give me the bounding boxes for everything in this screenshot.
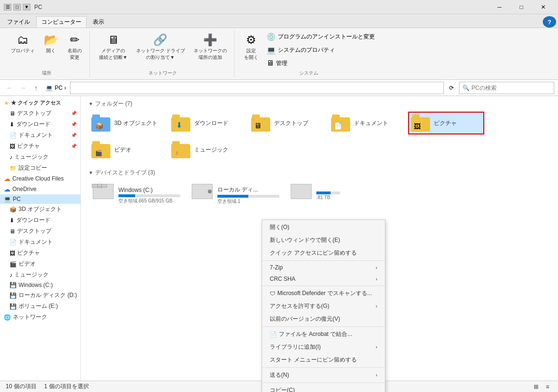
drive-windows[interactable]: 🪟 Windows (C:) 空き領域 665 GB/915 GB [88,181,184,210]
media-connect-button[interactable]: 🖥 メディアの接続と切断▼ [96,31,131,62]
ctx-defender[interactable]: 🛡 Microsoft Defender でスキャンする... [262,287,385,300]
sidebar-pc-music[interactable]: ♪ ミュージック [0,269,80,280]
up-button[interactable]: ↑ [30,82,42,94]
sidebar-item-pictures[interactable]: 🖼 ピクチャ 📌 [0,141,80,152]
titlebar-icon-3: ▼ [23,4,30,10]
sidebar-pc-documents[interactable]: 📄 ドキュメント [0,237,80,248]
status-selected: 1 個の項目を選択 [44,382,89,391]
sidebar-pc-desktop[interactable]: 🖥 デスクトップ [0,226,80,237]
minimize-button[interactable]: ─ [489,0,510,14]
view-grid-button[interactable]: ⊞ [531,382,541,392]
sys-properties-button[interactable]: 💻 システムのプロパティ [264,44,377,56]
drive-local-bar-bg [217,195,279,198]
sidebar-item-creative-cloud[interactable]: ☁ Creative Cloud Files [0,173,80,184]
close-button[interactable]: ✕ [532,0,554,14]
3dobject-label: 3D オブジェクト [19,205,62,213]
sidebar-pc-windows[interactable]: 💾 Windows (C:) [0,280,80,290]
ctx-7zip[interactable]: 7-Zip › [262,262,385,273]
network-drive-button[interactable]: 🔗 ネットワーク ドライブの割り当て▼ [133,31,188,62]
sidebar-quick-access[interactable]: ★ ★ クイック アクセス [0,98,80,108]
manage-button[interactable]: 🖥 管理 [264,57,377,69]
folder-download[interactable]: ⬇ ダウンロード [168,112,245,134]
drive-local[interactable]: ローカル ディ... 空き領域 1 [187,181,283,210]
ctx-open-label: 開く(O) [270,223,289,231]
sidebar-pc-volume[interactable]: 💾 ボリューム (E:) [0,301,80,312]
rename-button[interactable]: ✏ 名前の変更 [64,31,86,62]
pc-music-icon: ♪ [10,272,12,278]
sidebar-pc-pictures[interactable]: 🖼 ピクチャ [0,248,80,258]
sidebar-item-documents[interactable]: 📄 ドキュメント 📌 [0,130,80,141]
ctx-crc[interactable]: CRC SHA › [262,273,385,285]
devices-header-label: デバイスとドライブ (3) [95,169,155,177]
open-button[interactable]: 📂 開く [40,31,62,56]
sidebar-pc-downloads[interactable]: ⬇ ダウンロード [0,215,80,226]
open-label: 開く [46,48,56,54]
folders-section-header: ▼ フォルダー (7) [88,100,550,108]
pc-volume-label: ボリューム (E:) [19,302,58,310]
sidebar-pc-local[interactable]: 💾 ローカル ディスク (D:) [0,290,80,301]
folder-documents[interactable]: 📄 ドキュメント [328,112,404,134]
uninstall-button[interactable]: 💿 プログラムのアンインストールと変更 [264,31,377,43]
ribbon-group-system: ⚙ 設定を開く 💿 プログラムのアンインストールと変更 💻 システムのプロパティ [236,30,381,77]
folder-download-label: ダウンロード [194,119,242,127]
ctx-send[interactable]: 送る(N) › [262,369,385,382]
sidebar-item-3dobject[interactable]: 📦 3D オブジェクト [0,204,80,215]
ctx-copy[interactable]: コピー(C) [262,384,385,392]
tab-view[interactable]: 表示 [88,16,109,28]
properties-button[interactable]: 🗂 プロパティ [8,31,38,56]
ctx-acrobat[interactable]: 📄 ファイルを Acrobat で結合... [262,328,385,341]
drive-local-info: ローカル ディ... 空き領域 1 [217,186,279,205]
sidebar-item-downloads[interactable]: ⬇ ダウンロード 📌 [0,119,80,130]
help-button[interactable]: ? [543,16,556,28]
folder-documents-label: ドキュメント [354,119,401,127]
sidebar-item-desktop[interactable]: 🖥 デスクトップ 📌 [0,108,80,119]
pictures-label: ピクチャ [17,142,40,150]
drive-volume[interactable]: .81 TB [286,181,343,210]
sidebar-item-settings-copy[interactable]: 📁 設定コピー [0,163,80,173]
ctx-divider-5 [262,382,385,383]
view-list-button[interactable]: ≡ [543,382,552,392]
drive-windows-icon-container: 🪟 [92,184,115,207]
address-bar-input[interactable] [70,82,444,94]
folder-pictures[interactable]: 🖼 ピクチャ [408,112,484,134]
folder-grid: 📦 3D オブジェクト ⬇ ダウンロード 🖥 [88,112,550,161]
sidebar-item-network[interactable]: 🌐 ネットワーク [0,312,80,323]
sidebar-item-onedrive[interactable]: ☁ OneDrive [0,184,80,194]
settings-button[interactable]: ⚙ 設定を開く [240,31,262,69]
add-network-button[interactable]: ➕ ネットワークの場所の追加 [190,31,230,62]
add-network-label: ネットワークの場所の追加 [194,48,227,61]
folder-music[interactable]: ♪ ミュージック [168,138,245,161]
folder-video[interactable]: 🎬 ビデオ [88,138,165,161]
sidebar-item-pc[interactable]: 💻 PC [0,194,80,204]
search-input[interactable] [471,85,551,91]
folder-3dobject[interactable]: 📦 3D オブジェクト [88,112,165,134]
tab-file[interactable]: ファイル [2,16,35,28]
folder-desktop[interactable]: 🖥 デスクトップ [248,112,324,134]
ctx-7zip-arrow: › [376,265,377,270]
ctx-restore[interactable]: 以前のバージョンの復元(V) [262,313,385,325]
ctx-open-new-window[interactable]: 新しいウィンドウで開く(E) [262,234,385,247]
ctx-library[interactable]: ライブラリに追加(I) › [262,341,385,354]
back-button[interactable]: ← [4,82,15,94]
sidebar-pc-video[interactable]: 🎬 ビデオ [0,258,80,269]
statusbar-right: ⊞ ≡ [531,382,552,392]
defender-icon: 🛡 [270,290,275,297]
ctx-pin-start-label: スタート メニューにピン留めする [270,356,357,364]
folders-chevron: ▼ [88,101,93,106]
refresh-button[interactable]: ⟳ [446,82,457,94]
drive-local-icon-container [191,184,214,207]
folder-pictures-icon: 🖼 [411,115,430,132]
ctx-access[interactable]: アクセスを許可する(G) › [262,300,385,313]
maximize-button[interactable]: □ [510,0,532,14]
ctx-pin-quick[interactable]: クイック アクセスにピン留めする [262,247,385,259]
ctx-open[interactable]: 開く(O) [262,221,385,234]
pc-local-icon: 💾 [10,292,17,299]
ctx-access-arrow: › [376,304,377,309]
drive-local-indicator [208,190,212,193]
sidebar: ★ ★ クイック アクセス 🖥 デスクトップ 📌 ⬇ ダウンロード 📌 📄 ドキ… [0,96,81,392]
sidebar-item-music[interactable]: ♪ ミュージック [0,152,80,163]
pc-volume-icon: 💾 [10,303,17,310]
ctx-pin-start[interactable]: スタート メニューにピン留めする [262,354,385,366]
tab-computer[interactable]: コンピューター [36,16,87,28]
forward-button[interactable]: → [17,82,29,94]
